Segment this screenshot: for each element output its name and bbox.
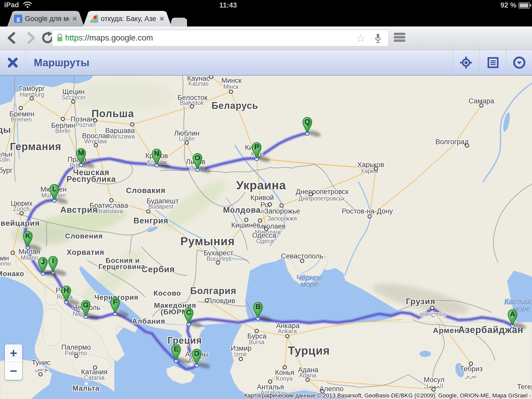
clock: 11:43 bbox=[219, 1, 237, 9]
tab-google-maps[interactable]: откуда: Баку, Азербайдж × bbox=[83, 11, 171, 26]
map-pin-N[interactable]: N bbox=[152, 149, 171, 170]
close-directions-button[interactable] bbox=[0, 50, 25, 75]
close-icon bbox=[7, 57, 18, 68]
my-location-button[interactable] bbox=[453, 50, 479, 75]
google-icon: g bbox=[14, 15, 22, 23]
svg-text:E: E bbox=[174, 345, 178, 353]
map-pin-H[interactable]: H bbox=[62, 286, 81, 307]
map-pin-K[interactable]: K bbox=[23, 231, 42, 252]
zoom-in-button[interactable]: + bbox=[5, 344, 22, 362]
svg-text:C: C bbox=[186, 309, 191, 316]
browser-toolbar: https://maps.google.com ☆ bbox=[0, 26, 532, 50]
svg-text:P: P bbox=[254, 143, 259, 151]
tab-title: Google для мобильных ус bbox=[25, 15, 69, 23]
url-scheme: https bbox=[65, 33, 83, 43]
map-pin-P[interactable]: P bbox=[252, 143, 271, 163]
map-pin-Q[interactable]: Q bbox=[303, 117, 322, 138]
wifi-icon bbox=[23, 2, 32, 8]
battery-icon bbox=[518, 2, 530, 9]
google-maps-icon bbox=[90, 15, 98, 23]
map-pin-C[interactable]: C bbox=[184, 308, 203, 329]
ssl-lock-icon bbox=[56, 34, 63, 42]
map-attribution: Картографические данные © 2013 Basarsoft… bbox=[244, 392, 531, 399]
tab-google-mobile[interactable]: g Google для мобильных ус × bbox=[7, 11, 84, 26]
expand-options-button[interactable] bbox=[507, 50, 532, 75]
map-pin-D[interactable]: D bbox=[192, 349, 211, 370]
svg-text:H: H bbox=[64, 287, 69, 294]
status-bar: iPad 11:43 92 % bbox=[0, 0, 532, 10]
locate-icon bbox=[460, 56, 472, 69]
tab-title: откуда: Баку, Азербайдж bbox=[101, 15, 156, 23]
forward-button[interactable] bbox=[24, 31, 37, 45]
svg-text:M: M bbox=[78, 149, 84, 157]
svg-text:B: B bbox=[255, 303, 261, 311]
svg-text:L: L bbox=[52, 185, 57, 193]
close-tab-icon[interactable]: × bbox=[72, 14, 77, 23]
map-pin-G[interactable]: G bbox=[81, 301, 100, 321]
device-label: iPad bbox=[4, 1, 19, 9]
map-pin-A[interactable]: A bbox=[508, 310, 527, 330]
map-pin-M[interactable]: M bbox=[77, 149, 95, 169]
bookmark-star-icon[interactable]: ☆ bbox=[356, 32, 365, 45]
svg-text:K: K bbox=[25, 232, 30, 240]
svg-text:N: N bbox=[154, 150, 159, 157]
svg-text:I: I bbox=[52, 257, 54, 265]
svg-text:O: O bbox=[195, 154, 200, 162]
voice-search-icon[interactable] bbox=[374, 33, 382, 44]
directions-list-button[interactable] bbox=[480, 50, 506, 75]
back-button[interactable] bbox=[5, 31, 19, 45]
page-title: Маршруты bbox=[34, 57, 89, 68]
svg-text:G: G bbox=[83, 301, 88, 309]
map-pin-O[interactable]: O bbox=[193, 154, 212, 174]
tab-bar: g Google для мобильных ус × откуда: Баку… bbox=[0, 10, 532, 26]
map-pin-E[interactable]: E bbox=[172, 345, 190, 365]
svg-text:J: J bbox=[41, 258, 45, 266]
url-bar[interactable]: https://maps.google.com ☆ bbox=[52, 30, 389, 46]
close-tab-icon[interactable]: × bbox=[159, 14, 165, 23]
ipad-screen: { "status_bar": {"device":"iPad","time":… bbox=[0, 0, 532, 399]
chevron-down-icon bbox=[513, 56, 526, 69]
list-icon bbox=[487, 57, 499, 68]
svg-text:F: F bbox=[113, 298, 117, 306]
new-tab-button[interactable] bbox=[170, 18, 187, 26]
url-text: ://maps.google.com bbox=[83, 33, 153, 43]
zoom-control[interactable]: + − bbox=[5, 344, 22, 380]
zoom-out-button[interactable]: − bbox=[5, 362, 22, 380]
maps-toolbar: Маршруты bbox=[0, 50, 532, 76]
menu-icon[interactable] bbox=[394, 31, 405, 45]
map-pin-F[interactable]: F bbox=[111, 298, 129, 318]
map-pin-L[interactable]: L bbox=[50, 184, 69, 205]
map-pin-B[interactable]: B bbox=[254, 302, 272, 323]
svg-text:D: D bbox=[194, 350, 199, 357]
svg-text:Q: Q bbox=[304, 118, 310, 126]
svg-text:A: A bbox=[510, 310, 515, 318]
battery-percent: 92 % bbox=[500, 1, 516, 9]
